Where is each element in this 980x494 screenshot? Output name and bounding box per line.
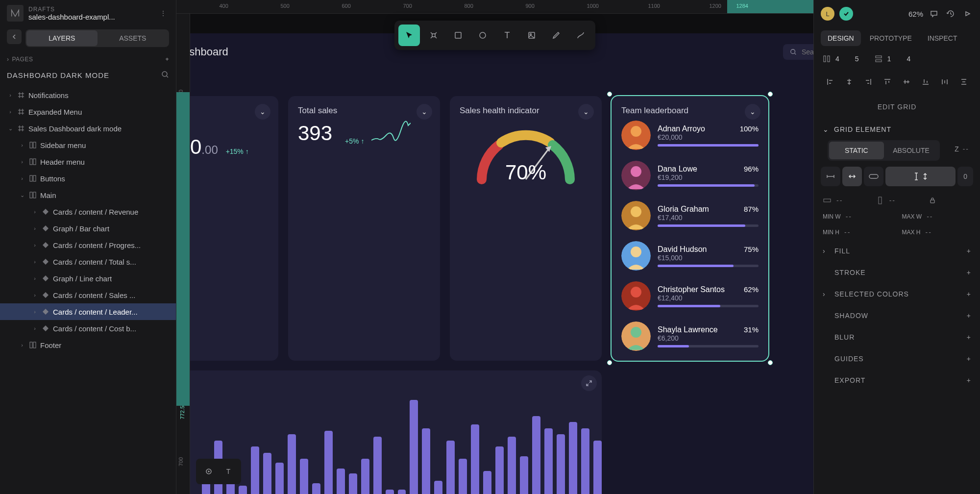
selected-colors-section[interactable]: ›SELECTED COLORS+ bbox=[814, 283, 980, 305]
leaderboard-row[interactable]: Christopher Santos€12,40062% bbox=[621, 281, 759, 311]
history-icon[interactable] bbox=[945, 8, 956, 20]
cursor-tool[interactable] bbox=[398, 25, 420, 46]
min-h-input[interactable]: MIN H-- bbox=[823, 228, 892, 236]
layer-row[interactable]: ›Graph / Bar chart bbox=[0, 220, 176, 237]
max-w-input[interactable]: MAX W-- bbox=[902, 213, 972, 221]
file-menu-icon[interactable]: ⋮ bbox=[157, 7, 169, 19]
leaderboard-card[interactable]: ⌄ Team leaderboard Adnan Arroyo€20,00010… bbox=[612, 96, 768, 361]
tree-caret-icon[interactable]: › bbox=[31, 292, 38, 298]
layer-row[interactable]: ›Header menu bbox=[0, 153, 176, 170]
layer-row[interactable]: ›Footer bbox=[0, 337, 176, 353]
card-menu-icon[interactable]: ⌄ bbox=[745, 104, 760, 120]
filename[interactable]: sales-dashboard-exampl... bbox=[28, 13, 152, 21]
tree-caret-icon[interactable]: › bbox=[31, 209, 38, 215]
ellipse-tool[interactable] bbox=[472, 25, 493, 46]
width-input[interactable]: -- bbox=[823, 196, 866, 205]
layer-row[interactable]: ›Cards / content / Cost b... bbox=[0, 320, 176, 337]
grid-col-span[interactable]: 1 bbox=[875, 55, 891, 63]
curve-tool[interactable] bbox=[570, 25, 591, 46]
search-layers-icon[interactable] bbox=[161, 71, 169, 80]
max-h-input[interactable]: MAX H-- bbox=[902, 228, 972, 236]
revenue-card[interactable]: ⌄ 0.00 +15% ↑ bbox=[190, 96, 278, 361]
layer-row[interactable]: ›Cards / content / Leader... bbox=[0, 303, 176, 320]
user-avatar-l[interactable]: L bbox=[821, 7, 834, 21]
add-icon[interactable]: + bbox=[967, 247, 971, 255]
sizing-hw-icon[interactable] bbox=[842, 167, 862, 186]
sizing-h-icon[interactable] bbox=[821, 167, 840, 186]
rect-tool[interactable] bbox=[447, 25, 469, 46]
total-sales-card[interactable]: ⌄ Total sales 393 +5% ↑ bbox=[288, 96, 440, 361]
card-menu-icon[interactable]: ⌄ bbox=[255, 104, 270, 120]
add-icon[interactable]: + bbox=[967, 312, 971, 320]
play-icon[interactable] bbox=[961, 8, 973, 20]
page-name[interactable]: DASHBOARD DARK MODE bbox=[7, 71, 109, 79]
pages-caret-icon[interactable]: › PAGES bbox=[7, 56, 33, 63]
layer-row[interactable]: ›Cards / content / Revenue bbox=[0, 203, 176, 220]
tree-caret-icon[interactable]: › bbox=[7, 109, 14, 115]
text-tool[interactable]: T bbox=[496, 25, 518, 46]
search-field[interactable]: ⌘K bbox=[783, 44, 813, 60]
assets-tab[interactable]: ASSETS bbox=[98, 30, 169, 46]
layer-row[interactable]: ⌄Main bbox=[0, 187, 176, 203]
design-tab[interactable]: DESIGN bbox=[821, 30, 861, 46]
ruler-vertical[interactable]: 100200300400500600700772.5 bbox=[176, 14, 190, 494]
min-w-input[interactable]: MIN W-- bbox=[823, 213, 892, 221]
align-vcenter-icon[interactable] bbox=[898, 74, 916, 90]
tree-caret-icon[interactable]: › bbox=[31, 325, 38, 331]
tree-caret-icon[interactable]: › bbox=[19, 159, 25, 165]
static-tab[interactable]: STATIC bbox=[829, 142, 884, 159]
grid-element-section[interactable]: ⌄ GRID ELEMENT bbox=[814, 119, 980, 140]
ruler-horizontal[interactable]: 3004005006007008009001000110012001284167… bbox=[176, 0, 813, 14]
layer-row[interactable]: ›Graph / Line chart bbox=[0, 270, 176, 287]
align-left-icon[interactable] bbox=[821, 74, 839, 90]
height-input[interactable]: -- bbox=[876, 196, 919, 205]
absolute-tab[interactable]: ABSOLUTE bbox=[884, 142, 939, 159]
layer-row[interactable]: ›Sidebar menu bbox=[0, 137, 176, 153]
grid-row-span[interactable]: 4 bbox=[906, 55, 910, 63]
leaderboard-row[interactable]: Dana Lowe€19,20096% bbox=[621, 161, 759, 190]
app-logo[interactable] bbox=[7, 5, 24, 22]
image-tool[interactable] bbox=[521, 25, 542, 46]
sizing-fill-icon[interactable] bbox=[864, 167, 883, 186]
layer-row[interactable]: ›Cards / content / Sales ... bbox=[0, 287, 176, 303]
back-button[interactable] bbox=[7, 29, 22, 44]
leaderboard-row[interactable]: David Hudson€15,00075% bbox=[621, 241, 759, 271]
user-avatar-check[interactable] bbox=[839, 7, 853, 21]
fill-section[interactable]: ›FILL+ bbox=[814, 240, 980, 262]
comment-icon[interactable] bbox=[928, 8, 940, 20]
tree-caret-icon[interactable]: › bbox=[7, 92, 14, 98]
dashboard-artboard[interactable]: ...shboard ⌘K This month ⌄ ⌄ 0 bbox=[190, 33, 813, 494]
health-card[interactable]: ⌄ Sales health indicator 70% bbox=[450, 96, 602, 361]
layer-row[interactable]: ›Cards / content / Progres... bbox=[0, 237, 176, 253]
rotation-input[interactable]: 0 bbox=[957, 167, 973, 186]
layer-row[interactable]: ›Buttons bbox=[0, 170, 176, 187]
tree-caret-icon[interactable]: › bbox=[31, 309, 38, 315]
blur-section[interactable]: BLUR+ bbox=[814, 326, 980, 348]
frame-tool[interactable] bbox=[423, 25, 444, 46]
distribute-h-icon[interactable] bbox=[936, 74, 954, 90]
align-hcenter-icon[interactable] bbox=[840, 74, 858, 90]
align-right-icon[interactable] bbox=[859, 74, 877, 90]
stroke-section[interactable]: STROKE+ bbox=[814, 262, 980, 283]
canvas[interactable]: 3004005006007008009001000110012001284167… bbox=[176, 0, 813, 494]
tree-caret-icon[interactable]: › bbox=[19, 142, 25, 148]
tree-caret-icon[interactable]: › bbox=[31, 242, 38, 248]
edit-grid-button[interactable]: EDIT GRID bbox=[814, 95, 980, 119]
tree-caret-icon[interactable]: ⌄ bbox=[7, 125, 14, 132]
zoom-value[interactable]: 62% bbox=[908, 10, 923, 18]
bar-chart-card[interactable]: FebruaryMarchAprilMayJune MONTHS bbox=[190, 370, 602, 494]
add-icon[interactable]: + bbox=[967, 290, 971, 298]
layer-row[interactable]: ›Expanded Menu bbox=[0, 103, 176, 120]
zoom-target-icon[interactable] bbox=[201, 464, 217, 479]
guides-section[interactable]: GUIDES+ bbox=[814, 348, 980, 370]
tree-caret-icon[interactable]: › bbox=[31, 225, 38, 231]
add-icon[interactable]: + bbox=[967, 269, 971, 276]
tree-caret-icon[interactable]: ⌄ bbox=[19, 192, 25, 198]
add-icon[interactable]: + bbox=[967, 376, 971, 384]
tree-caret-icon[interactable]: › bbox=[31, 275, 38, 281]
align-bottom-icon[interactable] bbox=[917, 74, 935, 90]
card-menu-icon[interactable]: ⌄ bbox=[416, 104, 432, 120]
leaderboard-row[interactable]: Gloria Graham€17,40087% bbox=[621, 201, 759, 230]
align-top-icon[interactable] bbox=[878, 74, 896, 90]
leaderboard-row[interactable]: Adnan Arroyo€20,000100% bbox=[621, 121, 759, 150]
